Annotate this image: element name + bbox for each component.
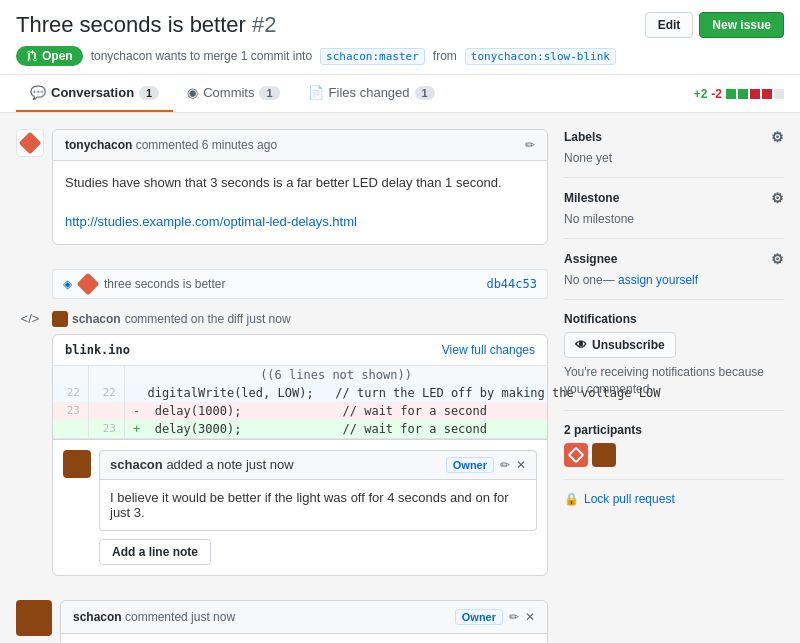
bottom-edit-icon[interactable]: ✏ [509, 610, 519, 624]
inline-comment-header: schacon added a note just now Owner ✏ ✕ [99, 450, 537, 480]
comment-link[interactable]: http://studies.example.com/optimal-led-d… [65, 214, 357, 229]
first-comment-box: tonychacon commented 6 minutes ago ✏ Stu… [52, 129, 548, 245]
lock-section: 🔒 Lock pull request [564, 479, 784, 518]
git-pull-request-icon [26, 50, 38, 62]
assign-yourself-link[interactable]: assign yourself [618, 273, 698, 287]
head-branch[interactable]: tonychacon:slow-blink [465, 48, 616, 65]
lock-icon: 🔒 [564, 492, 579, 506]
diff-block-2 [738, 89, 748, 99]
assignee-section: Assignee ⚙ No one— assign yourself [564, 238, 784, 299]
diff-comment-content: schacon commented on the diff just now b… [52, 311, 548, 588]
tab-conversation[interactable]: 💬 Conversation 1 [16, 75, 173, 112]
inline-owner-badge: Owner [446, 457, 494, 473]
code-diff: ((6 lines not shown)) 22 22 digitalWrite… [53, 366, 547, 439]
diff-comment-wrapper: blink.ino View full changes ((6 lines no… [52, 334, 548, 576]
pr-meta-text: tonychacon wants to merge 1 commit into [91, 49, 312, 63]
participants-label: 2 participants [564, 423, 784, 437]
diff-comment-row: </> schacon commented on the diff just n… [16, 311, 548, 588]
bottom-comment-content: schacon commented just now Owner ✏ ✕ If … [60, 600, 548, 644]
notifications-label: Notifications [564, 312, 784, 326]
assignee-gear-icon[interactable]: ⚙ [771, 251, 784, 267]
schacon-small-avatar [52, 311, 68, 327]
diff-commenter: schacon [72, 312, 121, 326]
participants-section: 2 participants [564, 410, 784, 479]
inline-edit-icon[interactable]: ✏ [500, 458, 510, 472]
tab-commits[interactable]: ◉ Commits 1 [173, 75, 293, 112]
new-issue-button[interactable]: New issue [699, 12, 784, 38]
unsubscribe-button[interactable]: 👁 Unsubscribe [564, 332, 676, 358]
inline-comment-inner: schacon added a note just now Owner ✏ ✕ [53, 440, 547, 575]
notifications-text: You're receiving notifications because y… [564, 364, 784, 398]
diff-stats: +2 -2 [694, 87, 784, 101]
bottom-comment-header: schacon commented just now Owner ✏ ✕ [61, 601, 547, 634]
first-comment-author: tonychacon [65, 138, 132, 152]
pr-status-badge: Open [16, 46, 83, 66]
tab-conversation-label: Conversation [51, 85, 134, 100]
pr-sidebar: Labels ⚙ None yet Milestone ⚙ No milesto… [564, 129, 784, 643]
labels-value: None yet [564, 151, 784, 165]
diff-file-header: blink.ino View full changes [53, 335, 547, 366]
add-line-note-button[interactable]: Add a line note [99, 539, 211, 565]
bottom-comment-author: schacon [73, 610, 122, 624]
participants-list [564, 443, 784, 467]
eye-icon: 👁 [575, 338, 587, 352]
diff-context-row-22: 22 22 digitalWrite(led, LOW); // turn th… [53, 384, 547, 402]
commit-message: three seconds is better [104, 277, 225, 291]
participant-2-avatar[interactable] [592, 443, 616, 467]
bottom-comment-row: schacon commented just now Owner ✏ ✕ If … [16, 600, 548, 644]
commit-sha[interactable]: db44c53 [486, 277, 537, 291]
labels-section: Labels ⚙ None yet [564, 129, 784, 177]
diff-minus-stat: -2 [711, 87, 722, 101]
first-comment-content: tonychacon commented 6 minutes ago ✏ Stu… [52, 129, 548, 257]
inline-comment-content: schacon added a note just now Owner ✏ ✕ [99, 450, 537, 565]
base-branch[interactable]: schacon:master [320, 48, 425, 65]
tab-commits-count: 1 [259, 86, 279, 100]
inline-comment: schacon added a note just now Owner ✏ ✕ [53, 439, 547, 575]
edit-comment-icon[interactable]: ✏ [525, 138, 535, 152]
diff-filename: blink.ino [65, 343, 130, 357]
tab-files-changed[interactable]: 📄 Files changed 1 [294, 75, 449, 112]
diff-added-row-23: 23 + delay(3000); // wait for a second [53, 420, 547, 438]
commit-avatar [77, 272, 100, 295]
bottom-comment-time: commented just now [125, 610, 235, 624]
milestone-gear-icon[interactable]: ⚙ [771, 190, 784, 206]
diff-block-4 [762, 89, 772, 99]
lock-pull-request-link[interactable]: 🔒 Lock pull request [564, 492, 784, 506]
first-comment-row: tonychacon commented 6 minutes ago ✏ Stu… [16, 129, 548, 257]
tab-files-changed-count: 1 [415, 86, 435, 100]
commit-line: ◈ three seconds is better db44c53 [52, 269, 548, 299]
assignee-label: Assignee ⚙ [564, 251, 784, 267]
pr-tabs: 💬 Conversation 1 ◉ Commits 1 📄 Files cha… [0, 75, 800, 113]
tab-commits-label: Commits [203, 85, 254, 100]
bottom-owner-badge: Owner [455, 609, 503, 625]
diff-block-5 [774, 89, 784, 99]
schacon-avatar-inline [63, 450, 91, 478]
edit-button[interactable]: Edit [645, 12, 694, 38]
labels-label: Labels ⚙ [564, 129, 784, 145]
diff-block-3 [750, 89, 760, 99]
schacon-avatar-bottom [16, 600, 52, 636]
milestone-value: No milestone [564, 212, 784, 226]
tab-files-changed-label: Files changed [329, 85, 410, 100]
participant-1-avatar[interactable] [564, 443, 588, 467]
content-body: tonychacon commented 6 minutes ago ✏ Stu… [0, 113, 800, 643]
diff-expand-row: ((6 lines not shown)) [53, 366, 547, 384]
timeline: tonychacon commented 6 minutes ago ✏ Stu… [16, 129, 548, 643]
inline-time: added a note just now [166, 457, 293, 472]
milestone-section: Milestone ⚙ No milestone [564, 177, 784, 238]
diff-removed-row-23: 23 - delay(1000); // wait for a second [53, 402, 547, 420]
milestone-label: Milestone ⚙ [564, 190, 784, 206]
bottom-comment-box: schacon commented just now Owner ✏ ✕ If … [60, 600, 548, 644]
bottom-close-icon[interactable]: ✕ [525, 610, 535, 624]
pr-from-text: from [433, 49, 457, 63]
diff-line-icon: </> [16, 311, 44, 326]
inline-close-icon[interactable]: ✕ [516, 458, 526, 472]
assignee-value: No one— assign yourself [564, 273, 784, 287]
diff-icon: ◈ [63, 277, 72, 291]
diff-block-1 [726, 89, 736, 99]
add-line-note-area: Add a line note [99, 531, 537, 565]
first-comment-body: Studies have shown that 3 seconds is a f… [53, 161, 547, 244]
labels-gear-icon[interactable]: ⚙ [771, 129, 784, 145]
view-full-changes-link[interactable]: View full changes [442, 343, 535, 357]
first-comment-header: tonychacon commented 6 minutes ago ✏ [53, 130, 547, 161]
